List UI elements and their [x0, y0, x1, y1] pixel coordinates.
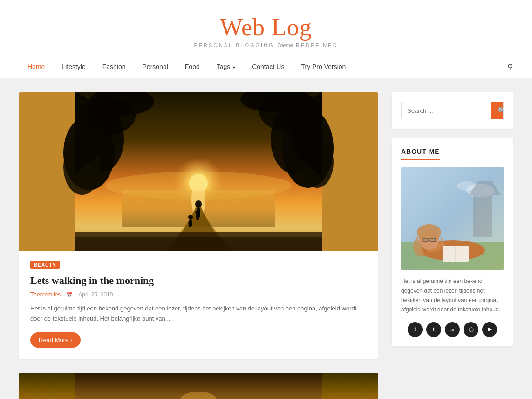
about-text: Het is al geruime tijd een bekend gegeve… — [401, 276, 504, 315]
nav-link-contact[interactable]: Contact Us — [244, 55, 293, 78]
sidebar: 🔍 ABOUT ME — [392, 92, 513, 399]
facebook-icon: f — [414, 326, 416, 333]
svg-point-33 — [417, 224, 441, 241]
search-form: 🔍 — [401, 102, 504, 119]
nav-item-home[interactable]: Home — [19, 55, 53, 78]
post-date: April 25, 2019 — [78, 291, 113, 298]
post-image-svg — [19, 92, 378, 251]
search-button[interactable]: 🔍 — [491, 102, 504, 119]
nav-link-home[interactable]: Home — [19, 55, 53, 78]
calendar-icon: 📅 — [66, 292, 73, 298]
social-icon-youtube[interactable]: ▶ — [482, 322, 497, 337]
youtube-icon: ▶ — [488, 326, 492, 333]
post-author: Thememiles — [30, 291, 61, 298]
post-card-2 — [19, 373, 378, 399]
nav-link-food[interactable]: Food — [177, 55, 208, 78]
instagram-icon: ◯ — [469, 327, 474, 332]
nav-link-pro[interactable]: Try Pro Version — [293, 55, 354, 78]
widget-title-about: ABOUT ME — [401, 148, 440, 160]
nav-link-fashion[interactable]: Fashion — [94, 55, 134, 78]
nav-link-personal[interactable]: Personal — [134, 55, 177, 78]
about-image-svg — [401, 167, 504, 270]
nav-item-lifestyle[interactable]: Lifestyle — [53, 55, 94, 78]
svg-rect-42 — [473, 195, 492, 237]
about-widget: ABOUT ME — [392, 138, 513, 346]
post-image — [19, 92, 378, 251]
nav-item-pro[interactable]: Try Pro Version — [293, 55, 354, 78]
social-icon-twitter[interactable]: t — [426, 322, 441, 337]
search-icon: 🔍 — [498, 107, 504, 114]
chevron-down-icon: ▾ — [233, 65, 235, 70]
social-icons: f t in ◯ ▶ — [401, 322, 504, 337]
post-body: BEAUTY Lets walking in the morning Theme… — [19, 251, 378, 359]
category-badge[interactable]: BEAUTY — [30, 261, 60, 269]
nav-item-food[interactable]: Food — [177, 55, 208, 78]
post-meta: Thememiles 📅 April 25, 2019 — [30, 291, 367, 298]
social-icon-linkedin[interactable]: in — [445, 322, 460, 337]
site-header: Web Log PERSONAL BLOGGING Theme REDEFINE… — [0, 0, 532, 55]
nav-item-fashion[interactable]: Fashion — [94, 55, 134, 78]
read-more-button[interactable]: Read More — [30, 332, 81, 348]
post-image-2 — [19, 373, 378, 399]
nav-links: Home Lifestyle Fashion Personal Food Tag… — [19, 55, 354, 78]
about-image — [401, 167, 504, 270]
nav-link-tags[interactable]: Tags ▾ — [208, 55, 244, 78]
post-image-2-svg — [19, 373, 378, 399]
twitter-icon: t — [433, 326, 434, 333]
post-excerpt: Het is al geruime tijd een bekend gegeve… — [30, 303, 367, 324]
nav-item-personal[interactable]: Personal — [134, 55, 177, 78]
site-title: Web Log — [9, 14, 523, 41]
svg-point-20 — [188, 215, 193, 220]
main-content: BEAUTY Lets walking in the morning Theme… — [19, 92, 378, 399]
main-nav: Home Lifestyle Fashion Personal Food Tag… — [0, 55, 532, 78]
nav-item-tags[interactable]: Tags ▾ — [208, 55, 244, 78]
linkedin-icon: in — [450, 327, 454, 332]
search-icon[interactable]: ⚲ — [507, 62, 513, 71]
nav-item-contact[interactable]: Contact Us — [244, 55, 293, 78]
search-input[interactable] — [402, 103, 491, 119]
about-title: ABOUT ME — [401, 147, 504, 167]
post-title: Lets walking in the morning — [30, 275, 367, 287]
svg-point-16 — [195, 200, 202, 208]
post-card: BEAUTY Lets walking in the morning Theme… — [19, 92, 378, 359]
social-icon-instagram[interactable]: ◯ — [464, 322, 478, 337]
search-widget: 🔍 — [392, 92, 513, 129]
nav-link-lifestyle[interactable]: Lifestyle — [53, 55, 94, 78]
site-tagline: PERSONAL BLOGGING Theme REDEFINED — [9, 42, 523, 48]
page-wrap: BEAUTY Lets walking in the morning Theme… — [10, 92, 522, 399]
social-icon-facebook[interactable]: f — [408, 322, 423, 337]
svg-rect-15 — [75, 237, 322, 251]
